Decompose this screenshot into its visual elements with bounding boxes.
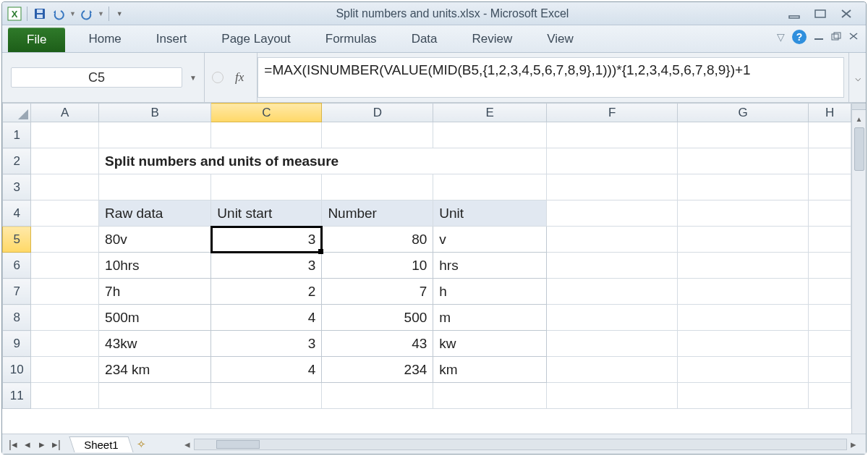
cell-E5[interactable]: v: [433, 227, 547, 253]
redo-icon[interactable]: [79, 6, 95, 22]
col-header-E[interactable]: E: [433, 104, 547, 122]
cell-D9[interactable]: 43: [322, 331, 433, 357]
cell-D7[interactable]: 7: [322, 279, 433, 305]
cell-B8[interactable]: 500m: [99, 305, 211, 331]
header-raw-data[interactable]: Raw data: [99, 200, 211, 227]
tab-review[interactable]: Review: [455, 26, 530, 52]
vertical-scrollbar[interactable]: ▲: [851, 103, 866, 434]
cell-E9[interactable]: kw: [433, 331, 547, 357]
quick-access-toolbar: X ▼ ▼ ▼: [2, 4, 130, 23]
window-controls: [775, 9, 866, 19]
scroll-left-icon[interactable]: ◂: [181, 438, 194, 451]
workbook-close-icon[interactable]: [848, 31, 859, 43]
row-header-4[interactable]: 4: [3, 200, 31, 227]
col-header-G[interactable]: G: [678, 104, 809, 122]
name-box[interactable]: C5: [11, 67, 182, 88]
sheet-tab-sheet1[interactable]: Sheet1: [69, 436, 133, 452]
row-header-5[interactable]: 5: [3, 227, 31, 253]
tab-view[interactable]: View: [529, 26, 591, 52]
title-bar: X ▼ ▼ ▼ Split numbers and units.xlsx - M…: [2, 2, 866, 25]
cell-B7[interactable]: 7h: [99, 279, 211, 305]
close-icon[interactable]: [840, 9, 853, 19]
header-number[interactable]: Number: [322, 200, 433, 227]
col-header-C[interactable]: C: [211, 104, 322, 122]
formula-input[interactable]: =MAX(ISNUMBER(VALUE(MID(B5,{1,2,3,4,5,6,…: [258, 57, 844, 98]
scroll-up-icon[interactable]: ▲: [852, 111, 866, 126]
row-header-9[interactable]: 9: [3, 331, 31, 357]
cell-D5[interactable]: 80: [322, 227, 433, 253]
undo-icon[interactable]: [51, 6, 67, 22]
sheet-nav-prev-icon[interactable]: ◂: [21, 438, 34, 451]
sheet-nav-next-icon[interactable]: ▸: [35, 438, 48, 451]
workbook-minimize-icon[interactable]: [814, 31, 824, 43]
cell-E8[interactable]: m: [433, 305, 547, 331]
sheet-nav-first-icon[interactable]: |◂: [7, 438, 20, 451]
row-header-2[interactable]: 2: [3, 148, 31, 174]
qat-customize-icon[interactable]: ▼: [114, 10, 126, 17]
tab-insert[interactable]: Insert: [139, 26, 205, 52]
cell-B9[interactable]: 43kw: [99, 331, 211, 357]
tab-data[interactable]: Data: [394, 26, 455, 52]
help-icon[interactable]: ?: [792, 30, 807, 44]
new-sheet-icon[interactable]: ✧: [137, 438, 146, 451]
cell-C9[interactable]: 3: [211, 331, 322, 357]
formula-bar-expand-icon[interactable]: ⌵: [848, 53, 866, 102]
cell-E10[interactable]: km: [433, 357, 547, 383]
worksheet-area: A B C D E F G H 1 2Split numbers and uni…: [2, 103, 866, 434]
col-header-A[interactable]: A: [31, 104, 99, 122]
cell-B6[interactable]: 10hrs: [99, 253, 211, 279]
cell-D6[interactable]: 10: [322, 253, 433, 279]
cell-D10[interactable]: 234: [322, 357, 433, 383]
hscroll-thumb[interactable]: [216, 440, 260, 449]
excel-app-icon[interactable]: X: [7, 6, 22, 22]
horizontal-scrollbar[interactable]: ◂ ▸: [175, 438, 866, 451]
svg-rect-7: [814, 38, 823, 40]
col-header-F[interactable]: F: [547, 104, 678, 122]
minimize-icon[interactable]: [788, 9, 801, 19]
cell-B5[interactable]: 80v: [99, 227, 211, 253]
ribbon-minimize-icon[interactable]: ▽: [777, 31, 785, 43]
select-all-corner[interactable]: [3, 104, 31, 122]
cell-C6[interactable]: 3: [211, 253, 322, 279]
sheet-nav-last-icon[interactable]: ▸|: [50, 438, 63, 451]
header-unit[interactable]: Unit: [433, 200, 547, 227]
maximize-icon[interactable]: [814, 9, 827, 19]
workbook-restore-icon[interactable]: [831, 31, 841, 43]
cell-C8[interactable]: 4: [211, 305, 322, 331]
cancel-formula-icon[interactable]: [212, 72, 224, 83]
cell-C5[interactable]: 3: [211, 227, 322, 253]
fx-icon[interactable]: fx: [229, 70, 250, 85]
split-handle[interactable]: [852, 103, 866, 110]
cell-C7[interactable]: 2: [211, 279, 322, 305]
file-tab[interactable]: File: [8, 28, 65, 52]
sheet-title[interactable]: Split numbers and units of measure: [99, 148, 547, 174]
row-header-1[interactable]: 1: [3, 122, 31, 148]
col-header-H[interactable]: H: [809, 104, 851, 122]
tab-formulas[interactable]: Formulas: [308, 26, 394, 52]
col-header-B[interactable]: B: [99, 104, 211, 122]
row-header-7[interactable]: 7: [3, 279, 31, 305]
row-header-11[interactable]: 11: [3, 383, 31, 409]
cell-B10[interactable]: 234 km: [99, 357, 211, 383]
cell-D8[interactable]: 500: [322, 305, 433, 331]
undo-dropdown-icon[interactable]: ▼: [69, 10, 76, 17]
tab-home[interactable]: Home: [71, 26, 138, 52]
redo-dropdown-icon[interactable]: ▼: [98, 10, 104, 17]
tab-page-layout[interactable]: Page Layout: [204, 26, 307, 52]
column-headers[interactable]: A B C D E F G H: [3, 104, 851, 122]
cell-C10[interactable]: 4: [211, 357, 322, 383]
row-header-8[interactable]: 8: [3, 305, 31, 331]
cell-E6[interactable]: hrs: [433, 253, 547, 279]
name-box-dropdown-icon[interactable]: ▼: [187, 74, 200, 82]
vscroll-thumb[interactable]: [854, 127, 864, 171]
save-icon[interactable]: [32, 6, 48, 22]
col-header-D[interactable]: D: [322, 104, 433, 122]
scroll-right-icon[interactable]: ▸: [847, 438, 860, 451]
sheet-tab-label: Sheet1: [84, 439, 119, 451]
header-unit-start[interactable]: Unit start: [211, 200, 322, 227]
cell-E7[interactable]: h: [433, 279, 547, 305]
row-header-10[interactable]: 10: [3, 357, 31, 383]
row-header-3[interactable]: 3: [3, 174, 31, 200]
row-header-6[interactable]: 6: [3, 253, 31, 279]
worksheet-grid[interactable]: A B C D E F G H 1 2Split numbers and uni…: [2, 103, 851, 409]
